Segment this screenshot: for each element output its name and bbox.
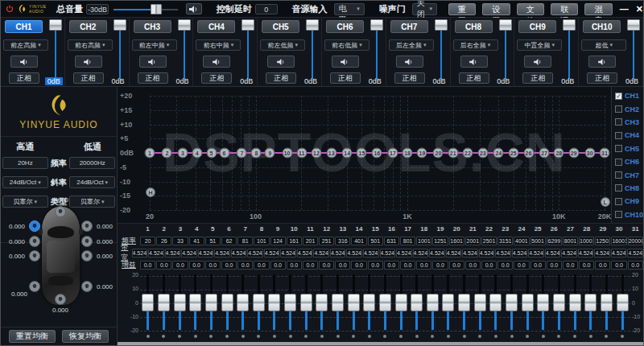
fader-handle[interactable] — [363, 294, 375, 311]
channel-select-button[interactable]: CH8 — [455, 20, 493, 33]
eq-band-point[interactable]: 14 — [342, 148, 353, 159]
lowpass-handle[interactable]: L — [601, 197, 610, 207]
band-bw-input[interactable]: 4.524 — [313, 249, 329, 257]
eq-band-point[interactable]: 24 — [493, 148, 504, 159]
band-freq-input[interactable]: 1001 — [416, 237, 431, 245]
channel-mute-button[interactable] — [267, 56, 295, 68]
band-bw-input[interactable]: 4.524 — [561, 249, 577, 257]
band-bw-input[interactable]: 4.524 — [611, 249, 627, 257]
eq-band-point[interactable]: 22 — [462, 148, 473, 159]
eq-channel-item[interactable]: CH1 — [615, 89, 644, 102]
band-freq-input[interactable]: 801 — [400, 237, 415, 245]
band-gain-input[interactable]: 0.0 — [432, 261, 448, 270]
checkbox-icon[interactable] — [615, 145, 622, 152]
fader-handle[interactable] — [489, 294, 502, 311]
checkbox-icon[interactable] — [615, 118, 622, 126]
fader-handle[interactable] — [569, 294, 581, 311]
slider-handle[interactable] — [151, 4, 162, 14]
fader-handle[interactable] — [205, 294, 217, 311]
band-gain-input[interactable]: 0.0 — [384, 261, 399, 270]
band-bw-input[interactable]: 4.524 — [413, 249, 429, 257]
speaker-dot-icon[interactable] — [81, 250, 93, 262]
channel-mute-button[interactable] — [10, 56, 38, 68]
band-gain-fader[interactable] — [235, 272, 251, 344]
band-gain-fader[interactable] — [488, 272, 504, 344]
fader-handle[interactable] — [506, 294, 518, 311]
band-gain-input[interactable]: 0.0 — [140, 261, 155, 270]
channel-output-dropdown[interactable]: 后左全频 ▾ — [389, 39, 434, 51]
channel-mute-button[interactable] — [524, 56, 551, 68]
band-gain-input[interactable]: 0.0 — [595, 261, 610, 270]
eq-band-point[interactable]: 18 — [402, 148, 413, 159]
eq-channel-item[interactable]: CH5 — [615, 142, 644, 155]
band-gain-input[interactable]: 0.0 — [189, 261, 204, 270]
fader-handle[interactable] — [348, 294, 360, 311]
band-bw-input[interactable]: 4.524 — [429, 249, 445, 257]
fader-handle[interactable] — [474, 294, 486, 311]
band-gain-fader[interactable] — [378, 272, 394, 344]
band-freq-input[interactable]: 6299 — [547, 237, 562, 245]
band-gain-fader[interactable] — [599, 272, 615, 344]
slider-handle[interactable] — [114, 19, 126, 31]
band-gain-input[interactable]: 0.0 — [287, 261, 302, 270]
checkbox-icon[interactable] — [615, 211, 622, 218]
band-gain-input[interactable]: 0.0 — [303, 261, 318, 270]
band-gain-input[interactable]: 0.0 — [579, 261, 594, 270]
band-bw-input[interactable]: 4.524 — [363, 249, 379, 257]
channel-gain-slider[interactable] — [627, 19, 640, 79]
band-freq-input[interactable]: 41 — [189, 237, 204, 245]
channel-phase-button[interactable]: 正相 — [459, 72, 489, 84]
band-gain-fader[interactable] — [567, 272, 583, 344]
fader-handle[interactable] — [601, 294, 613, 311]
slider-handle[interactable] — [499, 19, 512, 31]
source-input-dropdown[interactable]: 高电平 ▾ — [334, 3, 365, 15]
channel-output-dropdown[interactable]: 后右全频 ▾ — [453, 39, 498, 51]
fader-handle[interactable] — [142, 294, 154, 311]
eq-plot-area[interactable]: DSPTOOLS.CN +20+15+10+50dB-5-10-15-20 20… — [118, 87, 611, 224]
band-freq-input[interactable]: 16001 — [611, 237, 626, 245]
channel-select-button[interactable]: CH1 — [5, 20, 43, 33]
delay-point[interactable]: 0.000 — [81, 281, 93, 292]
slider-handle[interactable] — [49, 19, 62, 31]
band-bw-input[interactable]: 4.524 — [512, 249, 528, 257]
band-gain-fader[interactable] — [219, 272, 235, 344]
band-bw-input[interactable]: 4.524 — [578, 249, 594, 257]
band-bw-input[interactable]: 4.524 — [148, 249, 164, 257]
eq-channel-item[interactable]: CH6 — [615, 155, 644, 168]
eq-channel-item[interactable]: CH7 — [615, 168, 644, 181]
power-icon[interactable] — [6, 3, 14, 14]
band-gain-input[interactable]: 0.0 — [156, 261, 171, 270]
band-freq-input[interactable]: 26 — [156, 237, 171, 245]
eq-band-point[interactable]: 19 — [417, 148, 427, 159]
channel-mute-button[interactable] — [332, 56, 359, 68]
close-button[interactable]: ✕ — [636, 4, 643, 14]
band-gain-fader[interactable] — [614, 272, 630, 344]
fader-handle[interactable] — [332, 294, 344, 311]
channel-mute-button[interactable] — [139, 56, 167, 68]
band-gain-fader[interactable] — [298, 272, 314, 344]
channel-select-button[interactable]: CH5 — [262, 20, 299, 33]
band-gain-input[interactable]: 0.0 — [465, 261, 481, 270]
band-freq-input[interactable]: 2001 — [465, 237, 481, 245]
band-gain-fader[interactable] — [551, 272, 568, 344]
eq-channel-item[interactable]: CH10 — [615, 208, 644, 221]
band-freq-input[interactable]: 2501 — [481, 237, 497, 245]
band-bw-input[interactable]: 4.524 — [462, 249, 478, 257]
eq-band-point[interactable]: 9 — [265, 148, 275, 159]
channel-phase-button[interactable]: 正相 — [201, 72, 232, 84]
fader-handle[interactable] — [253, 294, 265, 311]
fader-handle[interactable] — [537, 294, 549, 311]
delay-point[interactable]: 0.000 — [29, 281, 40, 292]
eq-band-point[interactable]: 5 — [206, 148, 217, 159]
eq-band-point[interactable]: 21 — [448, 148, 458, 159]
channel-select-button[interactable]: CH6 — [326, 20, 364, 33]
band-gain-input[interactable]: 0.0 — [221, 261, 237, 270]
eq-band-point[interactable]: 12 — [311, 148, 321, 159]
band-freq-input[interactable]: 401 — [351, 237, 366, 245]
channel-gain-slider[interactable] — [499, 19, 512, 79]
channel-phase-button[interactable]: 正相 — [394, 72, 425, 84]
delay-point[interactable]: 0.000 — [29, 250, 40, 262]
band-freq-input[interactable]: 1251 — [432, 237, 448, 245]
band-gain-input[interactable]: 0.0 — [514, 261, 529, 270]
fader-handle[interactable] — [237, 294, 249, 311]
